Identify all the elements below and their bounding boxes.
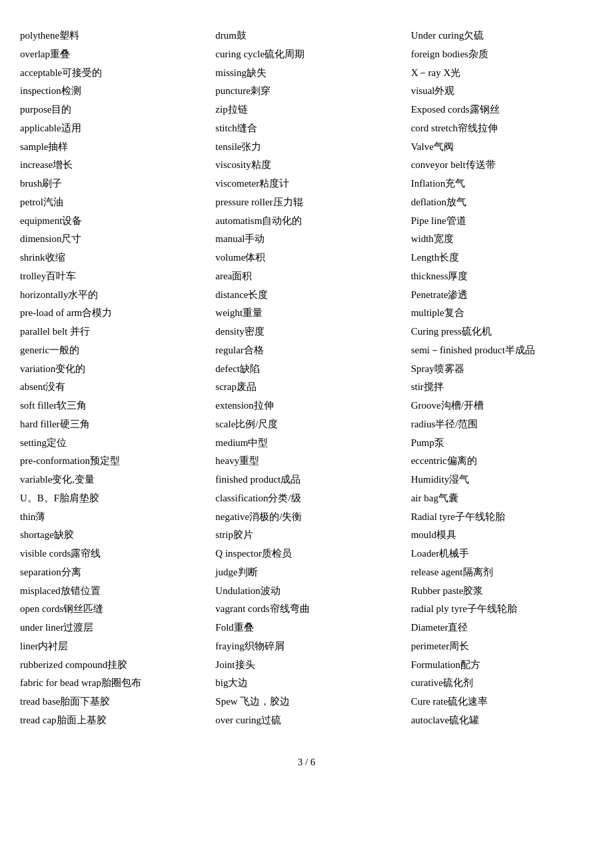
term-item: misplaced放错位置 bbox=[20, 582, 202, 601]
term-item: horizontally水平的 bbox=[20, 286, 202, 305]
term-item: foreign bodies杂质 bbox=[411, 45, 593, 64]
term-item: dimension尺寸 bbox=[20, 230, 202, 249]
term-item: curing cycle硫化周期 bbox=[215, 45, 397, 64]
term-item: brush刷子 bbox=[20, 175, 202, 193]
term-item: puncture刺穿 bbox=[215, 82, 397, 101]
term-item: drum鼓 bbox=[215, 27, 397, 45]
term-item: strip胶片 bbox=[215, 526, 397, 545]
term-item: semi－finished product半成品 bbox=[411, 341, 593, 360]
term-item: zip拉链 bbox=[215, 101, 397, 119]
term-item: X－ray X光 bbox=[411, 64, 593, 83]
term-item: medium中型 bbox=[215, 434, 397, 453]
term-item: soft filler软三角 bbox=[20, 397, 202, 415]
term-item: scale比例/尺度 bbox=[215, 415, 397, 434]
term-item: pre-conformation预定型 bbox=[20, 452, 202, 471]
term-item: width宽度 bbox=[411, 230, 593, 249]
term-item: extension拉伸 bbox=[215, 397, 397, 415]
term-item: parallel belt 并行 bbox=[20, 323, 202, 341]
term-item: thickness厚度 bbox=[411, 267, 593, 286]
term-item: viscosity粘度 bbox=[215, 156, 397, 175]
term-item: shortage缺胶 bbox=[20, 526, 202, 545]
term-item: tread base胎面下基胶 bbox=[20, 693, 202, 711]
term-item: pressure roller压力辊 bbox=[215, 193, 397, 212]
term-item: overlap重叠 bbox=[20, 45, 202, 64]
term-item: thin薄 bbox=[20, 508, 202, 527]
term-item: Spew 飞边，胶边 bbox=[215, 693, 397, 711]
term-item: shrink收缩 bbox=[20, 249, 202, 267]
term-item: under liner过渡层 bbox=[20, 619, 202, 637]
term-item: Spray喷雾器 bbox=[411, 360, 593, 379]
term-item: cord stretch帘线拉伸 bbox=[411, 119, 593, 138]
term-item: setting定位 bbox=[20, 434, 202, 453]
term-item: trolley百叶车 bbox=[20, 267, 202, 286]
term-item: viscometer粘度计 bbox=[215, 175, 397, 193]
term-item: judge判断 bbox=[215, 563, 397, 582]
term-item: regular合格 bbox=[215, 341, 397, 360]
term-item: Exposed cords露钢丝 bbox=[411, 101, 593, 119]
term-item: pre-load of arm合模力 bbox=[20, 304, 202, 323]
term-item: area面积 bbox=[215, 267, 397, 286]
term-item: hard filler硬三角 bbox=[20, 415, 202, 434]
term-item: acceptable可接受的 bbox=[20, 64, 202, 83]
term-item: eccentric偏离的 bbox=[411, 452, 593, 471]
term-item: Joint接头 bbox=[215, 656, 397, 675]
term-item: separation分离 bbox=[20, 563, 202, 582]
term-item: Formulation配方 bbox=[411, 656, 593, 675]
term-item: heavy重型 bbox=[215, 452, 397, 471]
term-item: applicable适用 bbox=[20, 119, 202, 138]
term-item: multiple复合 bbox=[411, 304, 593, 323]
term-item: generic一般的 bbox=[20, 341, 202, 360]
term-item: scrap废品 bbox=[215, 378, 397, 397]
term-item: air bag气囊 bbox=[411, 489, 593, 508]
term-item: finished product成品 bbox=[215, 471, 397, 489]
term-item: density密度 bbox=[215, 323, 397, 341]
term-item: inspection检测 bbox=[20, 82, 202, 101]
term-item: Pump泵 bbox=[411, 434, 593, 453]
term-item: petrol汽油 bbox=[20, 193, 202, 212]
term-item: open cords钢丝匹缝 bbox=[20, 600, 202, 619]
term-item: Loader机械手 bbox=[411, 545, 593, 563]
term-item: tensile张力 bbox=[215, 138, 397, 157]
term-item: big大边 bbox=[215, 674, 397, 693]
term-item: Pipe line管道 bbox=[411, 212, 593, 231]
term-item: Cure rate硫化速率 bbox=[411, 693, 593, 711]
term-item: Fold重叠 bbox=[215, 619, 397, 637]
term-item: increase增长 bbox=[20, 156, 202, 175]
term-item: missing缺失 bbox=[215, 64, 397, 83]
term-item: perimeter周长 bbox=[411, 637, 593, 656]
main-content: polythene塑料overlap重叠acceptable可接受的inspec… bbox=[13, 27, 600, 730]
term-item: tread cap胎面上基胶 bbox=[20, 711, 202, 730]
term-item: Curing press硫化机 bbox=[411, 323, 593, 341]
term-item: equipment设备 bbox=[20, 212, 202, 231]
term-item: visible cords露帘线 bbox=[20, 545, 202, 563]
column-1: polythene塑料overlap重叠acceptable可接受的inspec… bbox=[13, 27, 209, 730]
term-item: Q inspector质检员 bbox=[215, 545, 397, 563]
term-item: release agent隔离剂 bbox=[411, 563, 593, 582]
term-item: Valve气阀 bbox=[411, 138, 593, 157]
term-item: purpose目的 bbox=[20, 101, 202, 119]
term-item: visual外观 bbox=[411, 82, 593, 101]
term-item: radial ply tyre子午线轮胎 bbox=[411, 600, 593, 619]
term-item: deflation放气 bbox=[411, 193, 593, 212]
term-item: Humidity湿气 bbox=[411, 471, 593, 489]
term-item: absent没有 bbox=[20, 378, 202, 397]
term-item: manual手动 bbox=[215, 230, 397, 249]
term-item: fabric for bead wrap胎圈包布 bbox=[20, 674, 202, 693]
term-item: vagrant cords帘线弯曲 bbox=[215, 600, 397, 619]
term-item: radius半径/范围 bbox=[411, 415, 593, 434]
term-item: sample抽样 bbox=[20, 138, 202, 157]
term-item: classification分类/级 bbox=[215, 489, 397, 508]
term-item: autoclave硫化罐 bbox=[411, 711, 593, 730]
term-item: weight重量 bbox=[215, 304, 397, 323]
term-item: polythene塑料 bbox=[20, 27, 202, 45]
term-item: automatism自动化的 bbox=[215, 212, 397, 231]
column-2: drum鼓curing cycle硫化周期missing缺失puncture刺穿… bbox=[209, 27, 404, 730]
term-item: defect缺陷 bbox=[215, 360, 397, 379]
term-item: mould模具 bbox=[411, 526, 593, 545]
term-item: liner内衬层 bbox=[20, 637, 202, 656]
term-item: variable变化,变量 bbox=[20, 471, 202, 489]
term-item: Length长度 bbox=[411, 249, 593, 267]
term-item: curative硫化剂 bbox=[411, 674, 593, 693]
term-item: conveyor belt传送带 bbox=[411, 156, 593, 175]
term-item: Under curing欠硫 bbox=[411, 27, 593, 45]
